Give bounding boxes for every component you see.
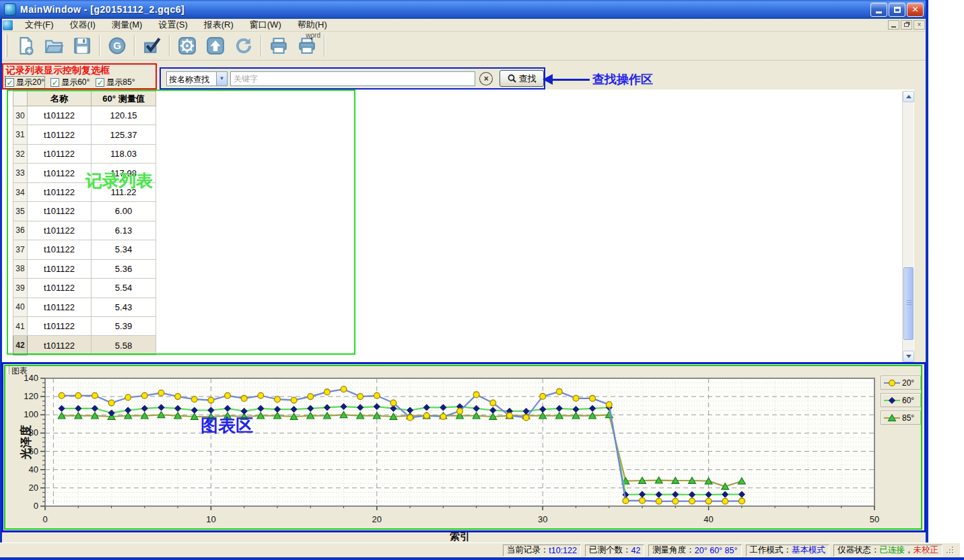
- gear-settings-button[interactable]: [173, 33, 201, 59]
- maximize-button[interactable]: [889, 3, 905, 17]
- row-number-cell[interactable]: 42: [13, 336, 28, 355]
- row-number-cell[interactable]: 36: [13, 221, 28, 240]
- display-checkbox-0[interactable]: ✓显示20°: [5, 77, 44, 88]
- gloss-g-button[interactable]: G: [103, 33, 131, 59]
- value-cell[interactable]: 5.43: [92, 298, 156, 316]
- legend-item-20°[interactable]: 20°: [881, 376, 921, 390]
- table-row[interactable]: 35t1011226.00: [13, 202, 156, 221]
- name-cell[interactable]: t101122: [28, 240, 92, 259]
- name-cell[interactable]: t101122: [28, 298, 92, 316]
- name-cell[interactable]: t101122: [28, 125, 92, 144]
- value-cell[interactable]: 118.03: [92, 144, 156, 163]
- menu-item-3[interactable]: 设置(S): [150, 18, 195, 32]
- table-row[interactable]: 39t1011225.54: [13, 279, 156, 298]
- find-button[interactable]: 查找: [500, 70, 544, 87]
- table-row[interactable]: 32t101122118.03: [13, 144, 156, 163]
- value-cell[interactable]: 5.54: [92, 279, 156, 298]
- svg-text:140: 140: [24, 373, 38, 383]
- table-row[interactable]: 40t1011225.43: [13, 298, 156, 316]
- value-cell[interactable]: 5.34: [92, 240, 156, 259]
- upload-button[interactable]: [201, 33, 230, 59]
- row-number-cell[interactable]: 40: [13, 298, 28, 316]
- name-cell[interactable]: t101122: [28, 106, 92, 125]
- value-cell[interactable]: 6.13: [92, 221, 156, 240]
- legend-item-85°[interactable]: 85°: [881, 411, 921, 425]
- table-header-2[interactable]: 60° 测量值: [92, 92, 156, 106]
- row-number-cell[interactable]: 32: [13, 144, 28, 163]
- display-checkbox-1[interactable]: ✓显示60°: [50, 77, 90, 88]
- name-cell[interactable]: t101122: [28, 144, 92, 163]
- name-cell[interactable]: t101122: [28, 202, 92, 221]
- name-cell[interactable]: t101122: [28, 164, 92, 182]
- new-file-button[interactable]: [11, 33, 40, 59]
- menu-item-0[interactable]: 文件(F): [17, 18, 62, 32]
- row-number-cell[interactable]: 38: [13, 259, 28, 278]
- row-number-cell[interactable]: 39: [13, 279, 28, 298]
- menu-item-6[interactable]: 帮助(H): [289, 18, 335, 32]
- value-cell[interactable]: 6.00: [92, 202, 156, 221]
- save-button[interactable]: [68, 33, 96, 59]
- mdi-close-button[interactable]: ×: [914, 20, 925, 30]
- value-cell[interactable]: 5.58: [92, 336, 156, 355]
- name-cell[interactable]: t101122: [28, 259, 92, 278]
- row-number-cell[interactable]: 37: [13, 240, 28, 259]
- row-number-cell[interactable]: 34: [13, 182, 28, 201]
- check-confirm-button[interactable]: [138, 33, 166, 59]
- chevron-down-icon[interactable]: ▼: [216, 71, 228, 86]
- menu-item-4[interactable]: 报表(R): [196, 18, 242, 32]
- vertical-scrollbar[interactable]: [902, 91, 914, 362]
- close-button[interactable]: ✕: [907, 3, 924, 17]
- scroll-down-button[interactable]: [903, 351, 914, 362]
- name-cell[interactable]: t101122: [28, 316, 92, 335]
- name-cell[interactable]: t101122: [28, 279, 92, 298]
- name-cell[interactable]: t101122: [28, 182, 92, 201]
- print-word-button[interactable]: word: [293, 33, 321, 59]
- checkbox-check-icon[interactable]: ✓: [50, 78, 59, 87]
- mdi-minimize-button[interactable]: [888, 20, 899, 30]
- minimize-button[interactable]: [870, 3, 887, 17]
- table-row[interactable]: 41t1011225.39: [13, 316, 156, 335]
- value-cell[interactable]: 120.15: [92, 106, 156, 125]
- menu-item-1[interactable]: 仪器(I): [62, 18, 104, 32]
- name-cell[interactable]: t101122: [28, 221, 92, 240]
- table-row[interactable]: 38t1011225.36: [13, 259, 156, 278]
- scrollbar-thumb[interactable]: [903, 267, 914, 340]
- scroll-up-button[interactable]: [903, 91, 914, 102]
- clear-search-button[interactable]: ×: [479, 72, 493, 85]
- status-value: 20° 60° 85°: [695, 546, 738, 555]
- refresh-button[interactable]: [230, 33, 258, 59]
- search-input[interactable]: [230, 71, 475, 86]
- table-row[interactable]: 37t1011225.34: [13, 240, 156, 259]
- table-row[interactable]: 31t101122125.37: [13, 125, 156, 144]
- gloss-g-icon: G: [108, 36, 127, 55]
- row-number-cell[interactable]: 41: [13, 316, 28, 335]
- value-cell[interactable]: 125.37: [92, 125, 156, 144]
- record-table[interactable]: 名称60° 测量值 30t101122120.1531t101122125.37…: [13, 91, 156, 355]
- checkbox-check-icon[interactable]: ✓: [96, 78, 104, 87]
- table-header-1[interactable]: 名称: [28, 92, 92, 106]
- legend-item-60°[interactable]: 60°: [881, 393, 921, 407]
- name-cell[interactable]: t101122: [28, 336, 92, 355]
- row-number-cell[interactable]: 30: [13, 106, 28, 125]
- resize-grip[interactable]: [946, 547, 955, 555]
- mdi-restore-button[interactable]: [901, 20, 912, 30]
- menu-item-2[interactable]: 测量(M): [104, 18, 151, 32]
- checkbox-check-icon[interactable]: ✓: [5, 78, 14, 87]
- print-button[interactable]: [265, 33, 293, 59]
- legend-label: 60°: [902, 396, 914, 405]
- table-row[interactable]: 42t1011225.58: [13, 336, 156, 355]
- row-number-cell[interactable]: 35: [13, 202, 28, 221]
- row-number-cell[interactable]: 31: [13, 125, 28, 144]
- title-bar[interactable]: MainWindow - [g20151112_2.gqc6] ✕: [0, 0, 928, 19]
- search-mode-combobox[interactable]: 按名称查找 ▼: [166, 71, 228, 86]
- value-cell[interactable]: 5.36: [92, 259, 156, 278]
- open-folder-button[interactable]: [40, 33, 68, 59]
- table-header-0[interactable]: [13, 92, 28, 106]
- menu-item-5[interactable]: 窗口(W): [242, 18, 289, 32]
- table-row[interactable]: 36t1011226.13: [13, 221, 156, 240]
- row-number-cell[interactable]: 33: [13, 164, 28, 182]
- table-row[interactable]: 30t101122120.15: [13, 106, 156, 125]
- display-checkbox-2[interactable]: ✓显示85°: [96, 77, 135, 88]
- value-cell[interactable]: 5.39: [92, 316, 156, 335]
- toolbar-grip[interactable]: [5, 34, 7, 57]
